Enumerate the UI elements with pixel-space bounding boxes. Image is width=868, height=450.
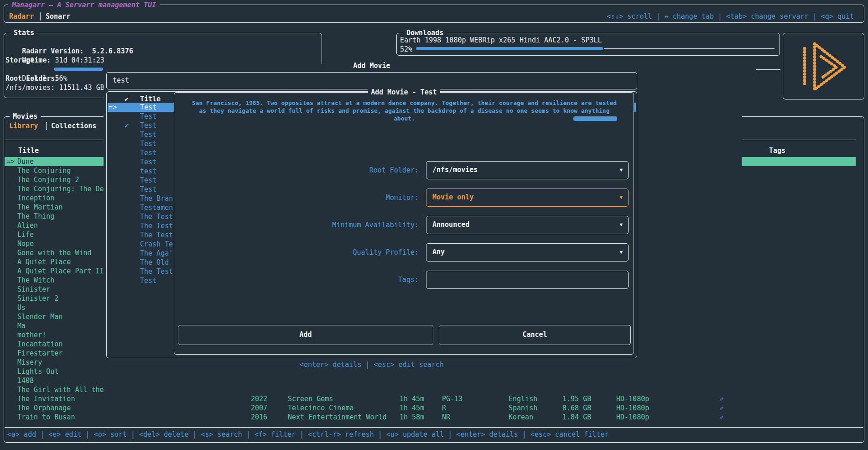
chevron-down-icon: ▼ <box>619 162 623 178</box>
result-title: The Test <box>140 212 173 221</box>
library-row[interactable]: Train to Busan <box>5 413 104 422</box>
field-select[interactable]: Any▼ <box>426 243 629 262</box>
result-title: The Test <box>140 267 173 276</box>
download-item-title: Earth 1998 1080p WEBRip x265 Hindi AAC2.… <box>400 36 602 45</box>
field-value: Movie only <box>432 189 473 206</box>
selection-arrow: => <box>109 103 117 112</box>
movie-title: The Martian <box>17 203 62 212</box>
result-title: Testamen <box>140 203 173 212</box>
tab-radarr[interactable]: Radarr <box>9 12 34 21</box>
results-check-header: ✔ <box>125 94 129 104</box>
field-label: Tags: <box>183 275 419 284</box>
field-value: Any <box>432 244 445 261</box>
library-row[interactable]: The Conjuring: The De <box>5 184 104 194</box>
field-select[interactable]: Announced▼ <box>426 216 629 234</box>
field-value: Announced <box>432 216 469 233</box>
movie-runtime: 1h 58m <box>400 413 424 422</box>
library-row[interactable]: A Quiet Place <box>5 257 104 267</box>
library-row[interactable]: Sinister <box>5 285 104 294</box>
library-row[interactable]: The Invitation <box>5 394 104 403</box>
edit-pencil-icon: ✎ <box>720 413 723 422</box>
library-row[interactable]: Firestarter <box>5 349 104 358</box>
library-row[interactable]: The Conjuring 2 <box>5 175 104 184</box>
library-row[interactable]: Us <box>5 303 104 312</box>
movie-title: 1408 <box>17 376 34 385</box>
movie-title: The Girl with All the <box>17 385 104 394</box>
field-select[interactable]: Movie only▼ <box>426 188 629 207</box>
library-row[interactable]: Sinister 2 <box>5 294 104 303</box>
tab-sonarr[interactable]: Sonarr <box>46 12 70 21</box>
library-row[interactable]: The Conjuring <box>5 166 104 175</box>
download-percent: 52% <box>400 45 412 54</box>
library-row[interactable]: Misery <box>5 358 104 367</box>
stats-uptime-line: Uptime: 31d 04:31:23 <box>5 47 104 56</box>
chevron-down-icon: ▼ <box>619 216 623 233</box>
movie-size: 1.84 GB <box>562 413 591 422</box>
cancel-button[interactable]: Cancel <box>439 325 631 345</box>
library-row[interactable]: Nope <box>5 239 104 248</box>
movie-title: Inception <box>17 194 54 203</box>
movie-title: Sinister <box>17 285 50 294</box>
add-button[interactable]: Add <box>178 325 433 345</box>
window-title: Managarr – A Servarr management TUI <box>8 0 160 10</box>
movie-runtime: 1h 45m <box>400 403 424 413</box>
library-title-header: Title <box>18 146 39 155</box>
movie-search-input[interactable]: test <box>106 72 637 89</box>
library-row[interactable]: 1408 <box>5 376 104 385</box>
movie-title: Us <box>17 303 26 312</box>
movie-title: Ma <box>17 321 26 330</box>
stats-storage-label: Storage: <box>5 56 38 65</box>
field-input[interactable] <box>426 271 629 289</box>
result-title: The Bran <box>140 194 173 203</box>
library-row[interactable]: The Girl with All the <box>5 385 104 394</box>
tab-collections[interactable]: Collections <box>51 121 96 131</box>
library-row[interactable]: The Orphanage <box>5 403 104 413</box>
result-title: test <box>140 167 156 176</box>
library-row[interactable]: mother! <box>5 330 104 340</box>
overview-scrollbar[interactable] <box>573 116 617 121</box>
library-row[interactable]: Alien <box>5 221 104 230</box>
movie-title: The Thing <box>17 212 54 221</box>
stats-version-line: Radarr Version: 5.2.6.8376 <box>5 37 133 47</box>
field-select[interactable]: /nfs/movies▼ <box>426 161 629 179</box>
result-title: Test <box>140 139 156 148</box>
movie-title: Nope <box>17 239 34 248</box>
stats-panel-title: Stats <box>10 28 37 37</box>
tab-library[interactable]: Library <box>9 121 38 131</box>
result-title: Test <box>140 103 156 112</box>
in-library-check-icon: ✔ <box>125 121 129 130</box>
movie-language: English <box>509 394 537 403</box>
movie-year: 2007 <box>251 403 267 413</box>
movie-title: The Witch <box>17 276 54 285</box>
field-label: Root Folder: <box>183 166 419 175</box>
library-row[interactable]: Ma <box>5 321 104 330</box>
library-row[interactable]: Life <box>5 230 104 239</box>
movie-language: Spanish <box>509 403 537 413</box>
managarr-logo-icon <box>797 38 849 94</box>
result-title: Test <box>140 157 156 167</box>
movie-title: mother! <box>17 330 46 340</box>
movie-year: 2022 <box>251 394 267 403</box>
movie-title: Gone with the Wind <box>17 248 92 257</box>
library-row[interactable]: Slender Man <box>5 312 104 321</box>
library-row[interactable]: Inception <box>5 194 104 203</box>
field-label: Monitor: <box>183 193 419 202</box>
movie-search-query: test <box>113 73 129 89</box>
movie-studio: Telecinco Cinema <box>288 403 354 413</box>
tab-separator: │ <box>38 12 42 21</box>
result-title: Test <box>140 130 156 139</box>
movie-title: Life <box>17 230 34 239</box>
result-title: Crash Te <box>140 240 173 249</box>
field-label: Minimum Availability: <box>183 220 419 230</box>
disk-usage-bar <box>54 68 103 71</box>
library-row[interactable]: Incantation <box>5 340 104 349</box>
library-row[interactable]: The Martian <box>5 203 104 212</box>
movie-runtime: 1h 45m <box>400 394 424 403</box>
movie-title: Alien <box>17 221 38 230</box>
library-row[interactable]: A Quiet Place Part II <box>5 267 104 276</box>
library-row[interactable]: Gone with the Wind <box>5 248 104 257</box>
library-row[interactable]: Lights Out <box>5 367 104 376</box>
library-row[interactable]: The Thing <box>5 212 104 221</box>
library-row[interactable]: The Witch <box>5 276 104 285</box>
download-progress-fill <box>416 47 603 50</box>
